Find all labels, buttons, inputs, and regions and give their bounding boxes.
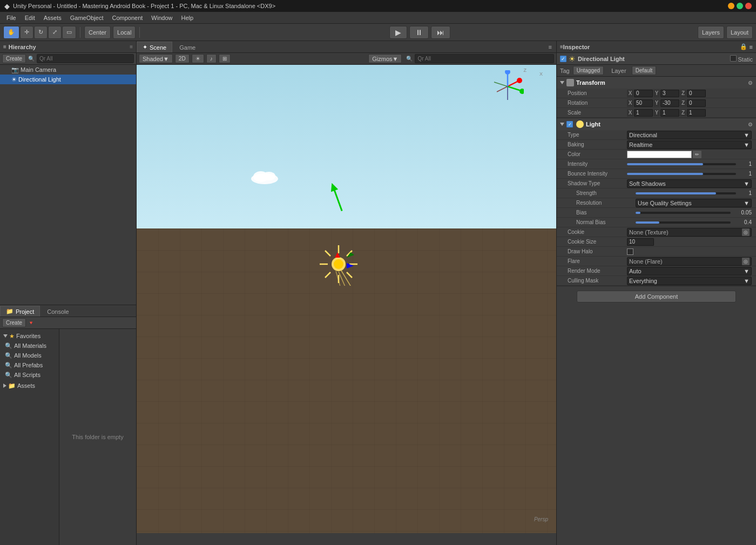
minimize-button[interactable] bbox=[728, 3, 734, 9]
menu-file[interactable]: File bbox=[2, 14, 21, 22]
add-component-button[interactable]: Add Component bbox=[577, 291, 736, 302]
pivot-center-button[interactable]: Center bbox=[84, 26, 111, 39]
scene-search-input[interactable] bbox=[415, 54, 554, 63]
effects-button[interactable]: ⊞ bbox=[219, 54, 231, 63]
hierarchy-options[interactable]: ≡ bbox=[130, 44, 133, 50]
inspector-lock-icon[interactable]: 🔒 bbox=[740, 43, 747, 50]
all-models-item[interactable]: 🔍 All Models bbox=[0, 351, 59, 360]
scale-z[interactable] bbox=[687, 109, 706, 117]
tab-game[interactable]: Game bbox=[173, 42, 201, 52]
light-baking-dropdown[interactable]: Realtime ▼ bbox=[627, 140, 752, 149]
all-scripts-item[interactable]: 🔍 All Scripts bbox=[0, 370, 59, 380]
scene-panel-options[interactable]: ≡ bbox=[544, 42, 556, 52]
all-materials-label: All Materials bbox=[14, 342, 46, 349]
position-z[interactable] bbox=[687, 90, 706, 97]
light-intensity-value: 1 bbox=[627, 161, 752, 167]
hierarchy-header: ≡ Hierarchy ≡ bbox=[0, 41, 136, 53]
favorites-folder[interactable]: ★ Favorites bbox=[0, 331, 59, 341]
menu-assets[interactable]: Assets bbox=[39, 14, 66, 22]
render-mode-dropdown[interactable]: Auto ▼ bbox=[627, 267, 752, 275]
close-button[interactable] bbox=[745, 3, 752, 9]
culling-mask-dropdown[interactable]: Everything ▼ bbox=[627, 277, 752, 285]
2d-button[interactable]: 2D bbox=[175, 54, 190, 63]
scale-tool[interactable]: ⤢ bbox=[48, 26, 62, 39]
rotation-label: Rotation bbox=[568, 100, 627, 106]
scale-x[interactable] bbox=[634, 109, 653, 117]
normal-bias-slider-track[interactable] bbox=[636, 221, 731, 224]
menu-window[interactable]: Window bbox=[147, 14, 177, 22]
position-y[interactable] bbox=[660, 90, 679, 97]
move-tool[interactable]: ✛ bbox=[20, 26, 33, 39]
tab-project[interactable]: 📁 Project bbox=[0, 306, 40, 317]
gizmo-x-label: X bbox=[539, 71, 543, 77]
scale-y[interactable] bbox=[660, 109, 679, 117]
light-enabled-checkbox[interactable]: ✓ bbox=[566, 121, 573, 127]
main-camera-label: Main Camera bbox=[21, 66, 56, 73]
shading-dropdown[interactable]: Shaded ▼ bbox=[139, 54, 173, 63]
tab-console[interactable]: Console bbox=[41, 306, 75, 317]
cookie-picker[interactable]: None (Texture) ◎ bbox=[627, 228, 752, 237]
layout-dropdown[interactable]: Layout bbox=[726, 26, 753, 39]
hierarchy-item-main-camera[interactable]: 📷 Main Camera bbox=[0, 65, 136, 75]
audio-button[interactable]: ♪ bbox=[206, 54, 217, 63]
rotation-x[interactable] bbox=[634, 99, 653, 107]
window-controls[interactable] bbox=[728, 3, 752, 9]
transform-settings-icon[interactable]: ⚙ bbox=[748, 80, 753, 86]
light-color-swatch[interactable] bbox=[627, 151, 692, 158]
rotation-y[interactable] bbox=[660, 99, 679, 107]
flare-picker[interactable]: None (Flare) ◎ bbox=[627, 257, 752, 266]
light-header[interactable]: ✓ Light ⚙ bbox=[557, 118, 756, 130]
bounce-slider-track[interactable] bbox=[627, 173, 736, 175]
lighting-button[interactable]: ☀ bbox=[192, 54, 204, 63]
menu-component[interactable]: Component bbox=[107, 14, 147, 22]
resolution-dropdown[interactable]: Use Quality Settings ▼ bbox=[636, 199, 752, 207]
cookie-picker-btn[interactable]: ◎ bbox=[742, 228, 750, 236]
static-check[interactable] bbox=[730, 55, 737, 62]
hand-tool[interactable]: ✋ bbox=[3, 26, 19, 39]
position-label: Position bbox=[568, 90, 627, 96]
rotate-tool[interactable]: ↻ bbox=[34, 26, 48, 39]
maximize-button[interactable] bbox=[737, 3, 743, 9]
transform-header[interactable]: Transform ⚙ bbox=[557, 77, 756, 89]
assets-folder[interactable]: 📁 Assets bbox=[0, 381, 59, 391]
menu-help[interactable]: Help bbox=[177, 14, 198, 22]
pause-button[interactable]: ⏸ bbox=[409, 26, 429, 39]
light-settings-icon[interactable]: ⚙ bbox=[748, 122, 753, 127]
cookie-size-input[interactable] bbox=[627, 238, 654, 246]
scene-canvas[interactable]: X Z Persp bbox=[137, 65, 556, 533]
layers-dropdown[interactable]: Layers bbox=[698, 26, 724, 39]
pivot-local-button[interactable]: Local bbox=[113, 26, 136, 39]
play-button[interactable]: ▶ bbox=[389, 26, 407, 39]
bias-slider-track[interactable] bbox=[636, 212, 731, 214]
hierarchy-create-button[interactable]: Create bbox=[2, 54, 26, 63]
menu-edit[interactable]: Edit bbox=[21, 14, 39, 22]
strength-slider-track[interactable] bbox=[636, 192, 736, 194]
light-type-value: Directional ▼ bbox=[627, 131, 752, 139]
all-materials-item[interactable]: 🔍 All Materials bbox=[0, 341, 59, 351]
svg-point-24 bbox=[519, 89, 524, 94]
menu-gameobject[interactable]: GameObject bbox=[66, 14, 108, 22]
intensity-slider-track[interactable] bbox=[627, 163, 736, 165]
flare-picker-btn[interactable]: ◎ bbox=[742, 258, 750, 265]
render-mode-value: Auto ▼ bbox=[627, 267, 752, 275]
gizmos-button[interactable]: Gizmos ▼ bbox=[368, 54, 402, 63]
layer-dropdown[interactable]: Default bbox=[632, 66, 657, 75]
project-create-button[interactable]: Create bbox=[2, 318, 26, 327]
light-color-picker-btn[interactable]: ✏ bbox=[693, 151, 701, 158]
shadow-type-dropdown[interactable]: Soft Shadows ▼ bbox=[627, 179, 752, 188]
hierarchy-item-directional-light[interactable]: ☀ Directional Light bbox=[0, 75, 136, 84]
object-enabled-checkbox[interactable]: ✓ bbox=[560, 56, 566, 62]
step-button[interactable]: ⏭ bbox=[431, 26, 450, 39]
center-area: ✦ Scene Game ≡ Shaded ▼ 2D ☀ ♪ ⊞ Gizmos … bbox=[137, 41, 556, 545]
hierarchy-search-input[interactable] bbox=[37, 54, 134, 63]
inspector-options[interactable]: ≡ bbox=[750, 44, 753, 50]
all-prefabs-item[interactable]: 🔍 All Prefabs bbox=[0, 360, 59, 370]
tag-dropdown[interactable]: Untagged bbox=[573, 66, 604, 75]
light-type-dropdown[interactable]: Directional ▼ bbox=[627, 131, 752, 139]
tab-scene[interactable]: ✦ Scene bbox=[137, 42, 172, 52]
draw-halo-checkbox[interactable] bbox=[627, 248, 633, 255]
position-x[interactable] bbox=[634, 90, 653, 97]
rect-tool[interactable]: ▭ bbox=[62, 26, 76, 39]
static-checkbox[interactable]: Static bbox=[730, 55, 753, 63]
rotation-z[interactable] bbox=[687, 99, 706, 107]
